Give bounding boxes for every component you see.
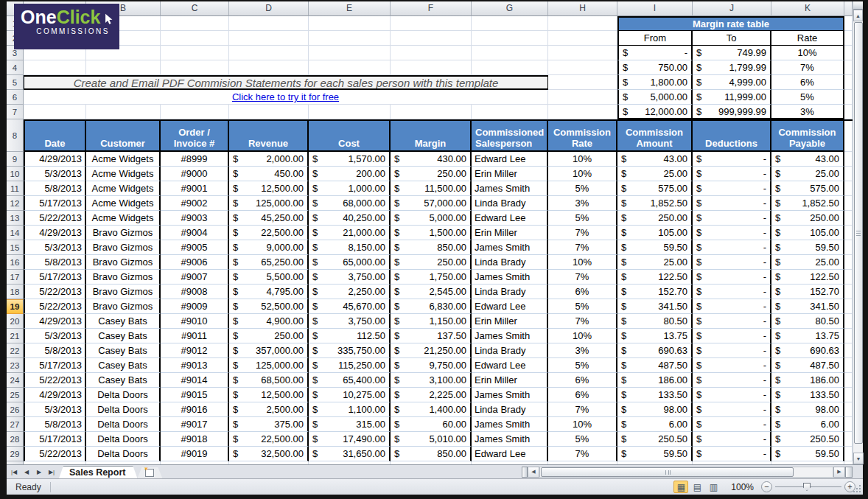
cell-E23[interactable]: $115,250.00 [309,358,391,373]
column-header-D[interactable]: D [229,1,309,16]
cell-J17[interactable]: $- [693,270,771,285]
normal-view-icon[interactable]: ▦ [673,481,688,493]
cell-C20[interactable]: #9010 [161,314,229,329]
cell-H1[interactable] [548,16,617,31]
row-header-16[interactable]: 16 [7,255,24,270]
cell-B14[interactable]: Bravo Gizmos [86,226,161,240]
cell-D10[interactable]: $450.00 [229,167,309,181]
cell-B9[interactable]: Acme Widgets [86,152,161,167]
cell-J28[interactable]: $- [693,432,771,447]
cell-C19[interactable]: #9009 [161,299,229,314]
cell-I29[interactable]: $59.50 [617,447,693,461]
sales-header-10[interactable]: Commission Payable [771,121,844,152]
cell-D26[interactable]: $2,500.00 [229,402,309,417]
cell-H11[interactable]: 5% [548,181,617,196]
cell-E18[interactable]: $2,250.00 [309,285,391,299]
cell-E27[interactable]: $315.00 [309,417,391,432]
cell-B19[interactable]: Bravo Gizmos [86,299,161,314]
cell-C16[interactable]: #9006 [161,255,229,270]
cell-B29[interactable]: Delta Doors [86,447,161,461]
cell-C22[interactable]: #9012 [161,343,229,358]
cell-B28[interactable]: Delta Doors [86,432,161,447]
cell-K19[interactable]: $341.50 [771,299,844,314]
cell-K12[interactable]: $1,852.50 [771,196,844,211]
cell-B7[interactable] [86,105,161,119]
cell-C29[interactable]: #9019 [161,447,229,461]
cell-G20[interactable]: Erin Miller [472,314,548,329]
cell-F14[interactable]: $1,500.00 [391,226,472,240]
resize-grip[interactable] [853,484,861,493]
cell-D12[interactable]: $125,000.00 [229,196,309,211]
cell-H27[interactable]: 10% [548,417,617,432]
cell-K16[interactable]: $25.00 [771,255,844,270]
row-header-24[interactable]: 24 [7,373,24,388]
cell-K20[interactable]: $80.50 [771,314,844,329]
cell-J27[interactable]: $- [693,417,771,432]
cell-A21[interactable]: 5/3/2013 [24,329,86,343]
cell-A7[interactable] [24,105,86,119]
cell-A27[interactable]: 5/8/2013 [24,417,86,432]
row-header-23[interactable]: 23 [7,358,24,373]
cell-H16[interactable]: 10% [548,255,617,270]
cell-A24[interactable]: 5/22/2013 [24,373,86,388]
cell-A22[interactable]: 5/8/2013 [24,343,86,358]
cell-G19[interactable]: Edward Lee [472,299,548,314]
cell-C10[interactable]: #9000 [161,167,229,181]
cell-K21[interactable]: $13.75 [771,329,844,343]
cell-D17[interactable]: $5,500.00 [229,270,309,285]
cell-A25[interactable]: 4/29/2013 [24,388,86,402]
sales-header-4[interactable]: Cost [309,121,391,152]
cell-G2[interactable] [472,31,548,46]
margin-to-cell[interactable]: $999,999.99 [693,105,771,119]
cell-E11[interactable]: $1,000.00 [309,181,391,196]
cell-H12[interactable]: 3% [548,196,617,211]
cell-G9[interactable]: Edward Lee [472,152,548,167]
cell-H4[interactable] [548,60,617,75]
cell-C7[interactable] [161,105,229,119]
cell-K14[interactable]: $105.00 [771,226,844,240]
cell-D7[interactable] [229,105,309,119]
cell-E3[interactable] [309,46,391,60]
cell-I22[interactable]: $690.63 [617,343,693,358]
cell-J29[interactable]: $- [693,447,771,461]
column-header-J[interactable]: J [693,1,771,16]
cell-I17[interactable]: $122.50 [617,270,693,285]
cell-A29[interactable]: 5/22/2013 [24,447,86,461]
cell-G27[interactable]: James Smith [472,417,548,432]
cell-I14[interactable]: $105.00 [617,226,693,240]
cell-J9[interactable]: $- [693,152,771,167]
row-header-15[interactable]: 15 [7,240,24,255]
cell-F2[interactable] [391,31,472,46]
sales-header-8[interactable]: Commission Amount [617,121,693,152]
cell-B16[interactable]: Bravo Gizmos [86,255,161,270]
column-header-F[interactable]: F [391,1,472,16]
cell-J25[interactable]: $- [693,388,771,402]
cell-H6[interactable] [548,90,617,105]
cell-H10[interactable]: 10% [548,167,617,181]
cell-J19[interactable]: $- [693,299,771,314]
cell-E15[interactable]: $8,150.00 [309,240,391,255]
previous-sheet-icon[interactable]: ◀ [21,467,32,478]
cell-F10[interactable]: $250.00 [391,167,472,181]
cell-F7[interactable] [391,105,472,119]
cell-J13[interactable]: $- [693,211,771,226]
cell-D16[interactable]: $65,250.00 [229,255,309,270]
next-sheet-icon[interactable]: ▶ [33,467,45,478]
cell-A10[interactable]: 5/3/2013 [24,167,86,181]
cell-D4[interactable] [229,60,309,75]
vertical-scrollbar-thumb[interactable] [854,22,863,444]
cell-I16[interactable]: $25.00 [617,255,693,270]
cell-E17[interactable]: $3,750.00 [309,270,391,285]
cell-J22[interactable]: $- [693,343,771,358]
cell-H2[interactable] [548,31,617,46]
tab-sales-report[interactable]: Sales Report [59,466,137,478]
cell-E19[interactable]: $45,670.00 [309,299,391,314]
cell-D27[interactable]: $375.00 [229,417,309,432]
row-header-18[interactable]: 18 [7,285,24,299]
column-header-C[interactable]: C [161,1,229,16]
page-break-preview-icon[interactable]: ▥ [706,481,721,493]
cell-C14[interactable]: #9004 [161,226,229,240]
cell-B18[interactable]: Bravo Gizmos [86,285,161,299]
cell-H28[interactable]: 5% [548,432,617,447]
cell-B25[interactable]: Delta Doors [86,388,161,402]
